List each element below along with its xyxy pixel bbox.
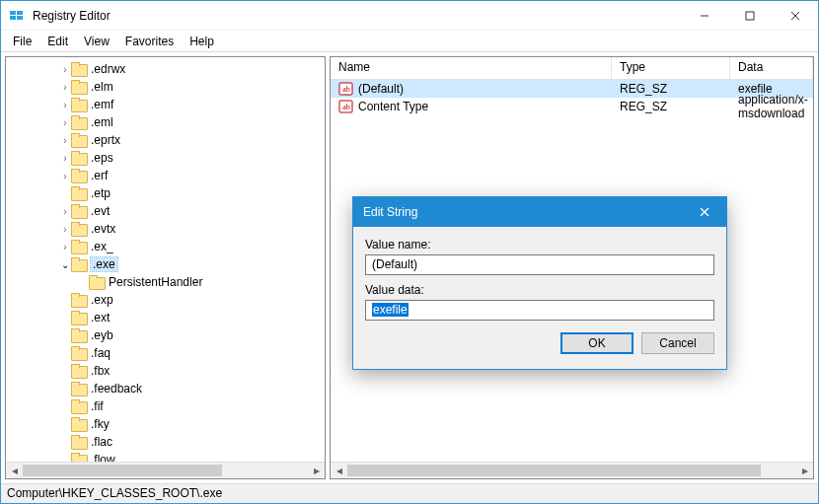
scroll-right-icon[interactable]: ▸ [308, 463, 325, 478]
value-data-label: Value data: [365, 283, 714, 297]
minimize-button[interactable] [682, 1, 727, 31]
dialog-titlebar[interactable]: Edit String [353, 197, 726, 227]
tree-item-label: .exp [91, 293, 113, 307]
dialog-title: Edit String [363, 205, 417, 219]
scroll-left-icon[interactable]: ◂ [331, 463, 347, 478]
chevron-right-icon[interactable]: › [59, 82, 71, 93]
tree-item-label: .etp [91, 186, 111, 200]
menu-bar: File Edit View Favorites Help [1, 31, 818, 52]
chevron-right-icon[interactable]: › [59, 117, 71, 128]
tree-item-label: .erf [91, 169, 108, 182]
tree-item[interactable]: .faq [6, 344, 325, 362]
menu-view[interactable]: View [76, 33, 117, 50]
tree-item[interactable]: ›.eprtx [6, 131, 325, 149]
tree-pane: ›.edrwx›.elm›.emf›.eml›.eprtx›.eps›.erf.… [5, 56, 326, 479]
value-data-field[interactable]: exefile [365, 300, 714, 321]
tree-item[interactable]: ›.edrwx [6, 60, 325, 78]
menu-file[interactable]: File [5, 33, 39, 50]
column-type[interactable]: Type [612, 57, 730, 79]
list-body[interactable]: ab(Default)REG_SZexefileabContent TypeRE… [331, 80, 813, 115]
folder-icon [71, 293, 87, 307]
folder-icon [71, 62, 87, 76]
chevron-right-icon[interactable]: › [59, 206, 71, 217]
list-row[interactable]: abContent TypeREG_SZapplication/x-msdown… [331, 98, 813, 115]
folder-icon [71, 133, 87, 147]
tree-item[interactable]: .etp [6, 184, 325, 202]
dialog-close-button[interactable] [683, 197, 726, 227]
folder-icon [71, 169, 87, 182]
list-cell-name: (Default) [358, 82, 404, 96]
menu-help[interactable]: Help [182, 33, 222, 50]
registry-tree[interactable]: ›.edrwx›.elm›.emf›.eml›.eprtx›.eps›.erf.… [6, 57, 325, 462]
folder-icon [71, 311, 87, 324]
tree-item-label: .exe [91, 257, 117, 271]
tree-item[interactable]: ›.emf [6, 96, 325, 113]
svg-rect-2 [10, 16, 16, 20]
tree-item[interactable]: ›.evt [6, 202, 325, 220]
scroll-left-icon[interactable]: ◂ [6, 463, 23, 478]
tree-item[interactable]: ›.ex_ [6, 238, 325, 255]
svg-rect-3 [17, 16, 23, 20]
list-hscrollbar[interactable]: ◂ ▸ [331, 462, 813, 478]
chevron-right-icon[interactable]: › [59, 153, 71, 164]
status-path: Computer\HKEY_CLASSES_ROOT\.exe [7, 486, 222, 500]
svg-text:ab: ab [342, 85, 350, 94]
tree-item[interactable]: .fbx [6, 362, 325, 380]
tree-item-label: .ex_ [91, 240, 113, 253]
chevron-right-icon[interactable]: › [59, 242, 71, 252]
tree-item[interactable]: .fif [6, 397, 325, 415]
tree-item[interactable]: .feedback [6, 380, 325, 397]
close-button[interactable] [773, 1, 818, 31]
maximize-button[interactable] [727, 1, 773, 31]
folder-icon [71, 98, 87, 111]
value-name-field[interactable]: (Default) [365, 254, 714, 275]
menu-edit[interactable]: Edit [39, 33, 76, 50]
folder-icon [71, 382, 87, 396]
chevron-right-icon[interactable]: › [59, 100, 71, 110]
column-name[interactable]: Name [331, 57, 612, 79]
tree-item[interactable]: ⌄.exe [6, 255, 325, 273]
tree-hscrollbar[interactable]: ◂ ▸ [6, 462, 325, 478]
tree-item-label: .eyb [91, 328, 113, 342]
svg-rect-5 [746, 12, 754, 20]
tree-item[interactable]: .eyb [6, 326, 325, 344]
chevron-right-icon[interactable]: › [59, 224, 71, 235]
tree-item-label: .edrwx [91, 62, 125, 76]
svg-text:ab: ab [342, 103, 350, 111]
folder-icon [71, 240, 87, 253]
tree-item[interactable]: .flac [6, 433, 325, 451]
ok-button[interactable]: OK [560, 332, 633, 354]
cancel-button[interactable]: Cancel [641, 332, 714, 354]
tree-item[interactable]: ›.erf [6, 167, 325, 184]
tree-item[interactable]: ›.elm [6, 78, 325, 96]
titlebar: Registry Editor [1, 1, 818, 31]
chevron-right-icon[interactable]: › [59, 135, 71, 146]
tree-item[interactable]: ›.eml [6, 113, 325, 131]
column-data[interactable]: Data [730, 57, 813, 79]
tree-item[interactable]: .exp [6, 291, 325, 309]
tree-item[interactable]: .flow [6, 451, 325, 462]
scroll-right-icon[interactable]: ▸ [796, 463, 813, 478]
tree-item-label: .emf [91, 98, 113, 111]
chevron-right-icon[interactable]: › [59, 64, 71, 75]
tree-item-label: .evtx [91, 222, 115, 236]
tree-item-label: .fif [91, 399, 104, 413]
tree-item[interactable]: ›.evtx [6, 220, 325, 238]
tree-item[interactable]: .fky [6, 415, 325, 433]
folder-icon [71, 80, 87, 94]
tree-item[interactable]: .ext [6, 309, 325, 326]
tree-item-label: .faq [91, 346, 111, 360]
folder-icon [71, 115, 87, 129]
edit-string-dialog: Edit String Value name: (Default) Value … [352, 196, 727, 370]
menu-favorites[interactable]: Favorites [117, 33, 182, 50]
folder-icon [71, 417, 87, 431]
tree-item[interactable]: ›.eps [6, 149, 325, 167]
chevron-down-icon[interactable]: ⌄ [59, 259, 71, 270]
chevron-right-icon[interactable]: › [59, 171, 71, 181]
tree-item-label: .eprtx [91, 133, 120, 147]
tree-item[interactable]: PersistentHandler [6, 273, 325, 291]
reg-string-icon: ab [338, 99, 354, 114]
folder-icon [71, 364, 87, 378]
list-header[interactable]: Name Type Data [331, 57, 813, 80]
tree-item-label: .ext [91, 311, 110, 324]
